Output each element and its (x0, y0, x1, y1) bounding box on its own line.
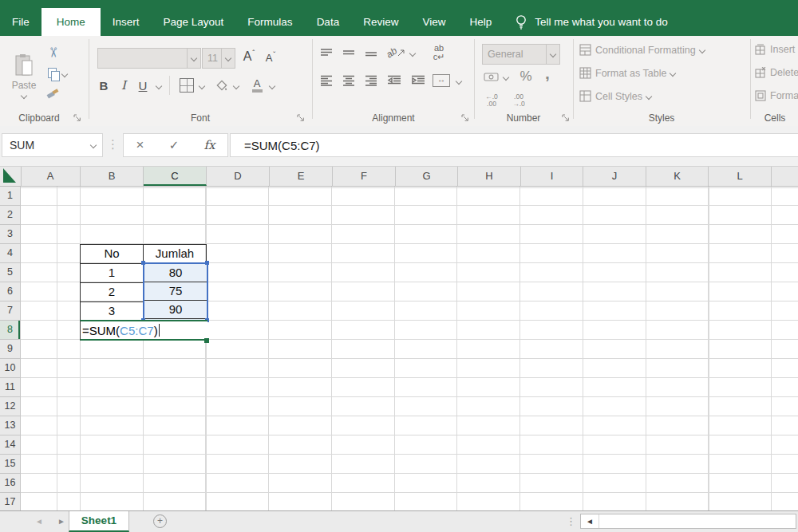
tell-me-box[interactable]: Tell me what you want to do (515, 8, 668, 36)
fill-handle-icon[interactable] (204, 338, 209, 343)
merge-center-button[interactable]: ↔ (431, 73, 452, 89)
chevron-down-icon[interactable] (90, 142, 97, 148)
range-handle-icon[interactable] (141, 261, 145, 265)
row-header-14[interactable]: 14 (0, 435, 20, 455)
selected-range-c5-c7[interactable]: 80 75 90 (143, 262, 208, 321)
orientation-button[interactable]: ab (386, 44, 405, 61)
decrease-decimal-button[interactable]: .00 →.0 (508, 92, 530, 109)
row-header-1[interactable]: 1 (0, 187, 20, 206)
format-cells-button[interactable]: Format (755, 90, 798, 101)
font-dialog-launcher[interactable] (297, 114, 305, 122)
align-left-button[interactable] (318, 73, 335, 89)
tab-formulas[interactable]: Formulas (235, 8, 304, 36)
column-header-d[interactable]: D (207, 167, 270, 186)
tab-review[interactable]: Review (351, 8, 410, 36)
cell-styles-button[interactable]: Cell Styles (579, 90, 651, 102)
align-middle-button[interactable] (340, 45, 358, 60)
align-right-button[interactable] (362, 73, 380, 89)
chevron-down-icon[interactable] (503, 74, 509, 81)
align-center-button[interactable] (340, 73, 358, 89)
row-header-3[interactable]: 3 (0, 225, 20, 244)
cell-b5[interactable]: 1 (81, 264, 144, 283)
active-cell-editor[interactable]: =SUM(C5:C7) (80, 320, 207, 341)
number-format-combo[interactable]: General (482, 44, 560, 65)
tab-view[interactable]: View (410, 8, 457, 36)
row-header-16[interactable]: 16 (0, 474, 20, 493)
horizontal-scrollbar[interactable]: ◄ (580, 514, 796, 529)
chevron-down-icon[interactable] (233, 83, 239, 89)
conditional-formatting-button[interactable]: Conditional Formatting (579, 44, 705, 56)
row-header-8-selected[interactable]: 8 (0, 321, 20, 340)
row-header-15[interactable]: 15 (0, 455, 20, 474)
paste-button[interactable]: Paste (6, 42, 41, 109)
column-header-j[interactable]: J (583, 167, 646, 186)
chevron-down-icon[interactable] (269, 83, 275, 89)
sheet-next-button[interactable]: ► (57, 517, 65, 526)
shrink-font-button[interactable]: Aˇ (262, 49, 279, 66)
tab-bar-drag-dots[interactable]: ⋮ (566, 515, 576, 527)
chevron-down-icon[interactable] (156, 83, 162, 89)
comma-style-button[interactable]: , (541, 65, 554, 82)
tab-page-layout[interactable]: Page Layout (152, 8, 236, 36)
new-sheet-button[interactable]: + (153, 514, 167, 528)
cell-c6-value[interactable]: 75 (144, 282, 207, 301)
column-header-h[interactable]: H (458, 167, 521, 186)
increase-decimal-button[interactable]: ←.0 .00 (480, 92, 503, 109)
row-header-9[interactable]: 9 (0, 340, 20, 359)
column-header-a[interactable]: A (21, 167, 81, 186)
range-handle-icon[interactable] (205, 261, 209, 265)
number-dialog-launcher[interactable] (562, 114, 570, 122)
tab-home[interactable]: Home (41, 8, 101, 36)
font-name-combo[interactable] (97, 48, 201, 69)
clipboard-dialog-launcher[interactable] (73, 114, 81, 122)
row-header-5[interactable]: 5 (0, 263, 20, 282)
cell-b6[interactable]: 2 (81, 283, 144, 302)
italic-button[interactable]: I (117, 76, 131, 95)
underline-button[interactable]: U (136, 76, 150, 95)
chevron-down-icon[interactable] (199, 83, 205, 89)
row-header-4[interactable]: 4 (0, 244, 20, 263)
row-header-6[interactable]: 6 (0, 282, 20, 301)
column-header-g[interactable]: G (396, 167, 458, 186)
fill-color-button[interactable] (214, 77, 230, 93)
tab-file[interactable]: File (0, 8, 41, 36)
column-header-i[interactable]: I (521, 167, 583, 186)
row-header-12[interactable]: 12 (0, 397, 20, 416)
formula-input[interactable]: =SUM(C5:C7) (230, 133, 798, 157)
wrap-text-button[interactable]: ab c↵ (429, 42, 448, 63)
scroll-left-button[interactable]: ◄ (581, 514, 599, 528)
name-box[interactable]: SUM (2, 133, 103, 157)
column-header-e[interactable]: E (270, 167, 333, 186)
chevron-down-icon[interactable] (409, 50, 416, 57)
grow-font-button[interactable]: Aˆ (239, 47, 259, 66)
insert-cells-button[interactable]: Insert (755, 44, 795, 55)
column-header-b[interactable]: B (81, 167, 144, 186)
cell-c4[interactable]: Jumlah (144, 245, 207, 264)
borders-button[interactable] (179, 77, 195, 93)
tab-help[interactable]: Help (457, 8, 504, 36)
chevron-down-icon[interactable] (456, 78, 462, 85)
format-as-table-button[interactable]: Format as Table (579, 67, 675, 79)
column-header-k[interactable]: K (646, 167, 709, 186)
increase-indent-button[interactable] (409, 73, 428, 89)
row-header-17[interactable]: 17 (0, 493, 20, 510)
decrease-indent-button[interactable] (385, 73, 404, 89)
accounting-format-button[interactable] (482, 69, 500, 84)
worksheet-grid[interactable] (21, 187, 798, 510)
copy-button[interactable] (44, 66, 71, 82)
percent-style-button[interactable]: % (517, 68, 535, 85)
format-painter-button[interactable] (44, 87, 61, 103)
formula-bar-drag-dots[interactable]: ⋮ (107, 137, 119, 152)
alignment-dialog-launcher[interactable] (461, 114, 469, 122)
row-header-10[interactable]: 10 (0, 359, 20, 378)
row-header-7[interactable]: 7 (0, 301, 20, 321)
font-size-combo[interactable]: 11 (202, 48, 235, 69)
tab-data[interactable]: Data (305, 8, 352, 36)
column-header-c-selected[interactable]: C (144, 167, 207, 186)
row-header-13[interactable]: 13 (0, 416, 20, 435)
column-header-f[interactable]: F (333, 167, 396, 186)
row-header-11[interactable]: 11 (0, 378, 20, 397)
align-bottom-button[interactable] (362, 45, 380, 60)
cell-b7[interactable]: 3 (81, 302, 144, 321)
enter-button[interactable]: ✓ (169, 138, 180, 152)
